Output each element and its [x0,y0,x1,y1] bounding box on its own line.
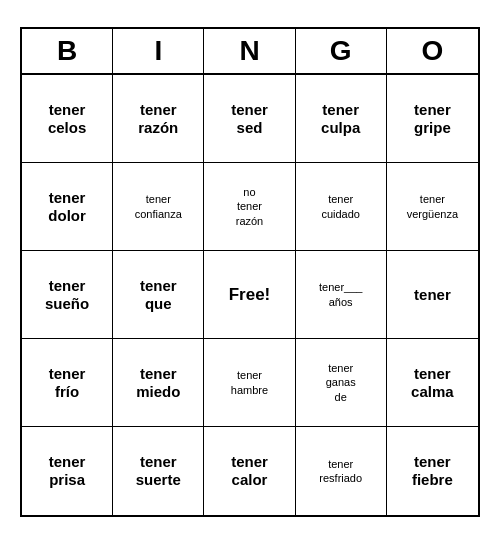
cell-text-15: tenerfrío [49,365,86,401]
bingo-cell-24: tenerfiebre [387,427,478,515]
cell-text-23: tenerresfriado [319,457,362,486]
cell-text-18: tenerganasde [326,361,356,404]
bingo-cell-16: tenermiedo [113,339,204,427]
bingo-grid: tenercelostenerrazóntenersedtenerculpate… [22,75,478,515]
bingo-cell-4: tenergripe [387,75,478,163]
bingo-cell-7: notenerrazón [204,163,295,251]
cell-text-17: tenerhambre [231,368,268,397]
cell-text-6: tenerconfianza [135,192,182,221]
header-letter-i: I [113,29,204,73]
cell-text-4: tenergripe [414,101,451,137]
bingo-cell-5: tenerdolor [22,163,113,251]
header-letter-o: O [387,29,478,73]
bingo-header: BINGO [22,29,478,75]
cell-text-9: tenervergüenza [407,192,458,221]
cell-text-20: tenerprisa [49,453,86,489]
bingo-cell-23: tenerresfriado [296,427,387,515]
cell-text-11: tenerque [140,277,177,313]
cell-text-24: tenerfiebre [412,453,453,489]
cell-text-3: tenerculpa [321,101,360,137]
cell-text-13: tener___años [319,280,362,309]
bingo-cell-22: tenercalor [204,427,295,515]
bingo-cell-9: tenervergüenza [387,163,478,251]
cell-text-5: tenerdolor [48,189,86,225]
bingo-cell-14: tener [387,251,478,339]
bingo-cell-2: tenersed [204,75,295,163]
bingo-cell-13: tener___años [296,251,387,339]
bingo-cell-11: tenerque [113,251,204,339]
cell-text-12: Free! [229,285,271,305]
bingo-cell-19: tenercalma [387,339,478,427]
header-letter-g: G [296,29,387,73]
bingo-cell-17: tenerhambre [204,339,295,427]
cell-text-22: tenercalor [231,453,268,489]
cell-text-10: tenersueño [45,277,89,313]
bingo-card: BINGO tenercelostenerrazóntenersedtenerc… [20,27,480,517]
header-letter-b: B [22,29,113,73]
cell-text-21: tenersuerte [136,453,181,489]
cell-text-2: tenersed [231,101,268,137]
bingo-cell-12: Free! [204,251,295,339]
cell-text-16: tenermiedo [136,365,180,401]
bingo-cell-15: tenerfrío [22,339,113,427]
bingo-cell-6: tenerconfianza [113,163,204,251]
cell-text-8: tenercuidado [321,192,360,221]
bingo-cell-1: tenerrazón [113,75,204,163]
header-letter-n: N [204,29,295,73]
cell-text-1: tenerrazón [138,101,178,137]
bingo-cell-3: tenerculpa [296,75,387,163]
cell-text-19: tenercalma [411,365,454,401]
bingo-cell-8: tenercuidado [296,163,387,251]
bingo-cell-18: tenerganasde [296,339,387,427]
bingo-cell-10: tenersueño [22,251,113,339]
cell-text-14: tener [414,286,451,304]
bingo-cell-21: tenersuerte [113,427,204,515]
bingo-cell-20: tenerprisa [22,427,113,515]
cell-text-7: notenerrazón [236,185,264,228]
cell-text-0: tenercelos [48,101,86,137]
bingo-cell-0: tenercelos [22,75,113,163]
